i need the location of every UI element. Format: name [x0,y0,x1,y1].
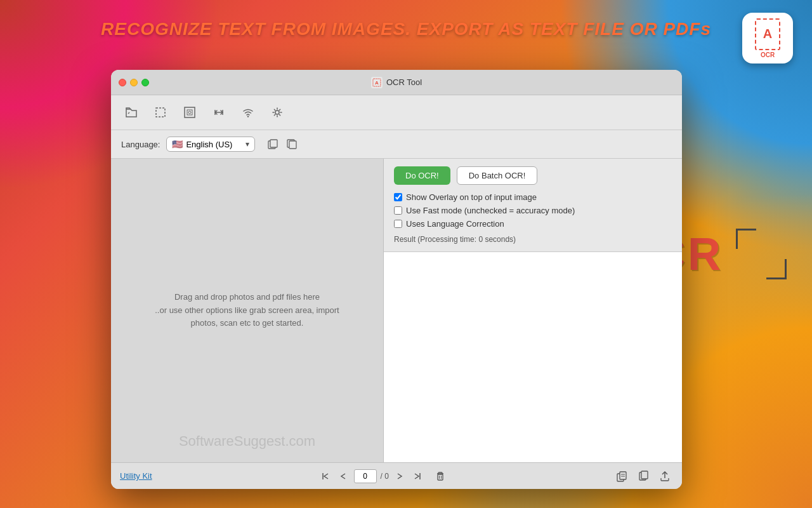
clipboard-copy-button[interactable] [613,468,630,485]
fast-mode-checkbox-row: Use Fast mode (unchecked = accuracy mode… [394,206,672,215]
drop-text: Drag and drop photos and pdf files here … [155,291,339,330]
overlay-label: Show Overlay on top of input image [406,192,537,202]
svg-rect-11 [270,140,277,147]
selection-button[interactable] [150,102,171,123]
svg-rect-4 [187,110,192,115]
svg-rect-20 [620,472,626,479]
header-text: RECOGNIZE TEXT FROM IMAGES. EXPORT AS TE… [101,19,711,39]
svg-point-5 [188,111,191,114]
last-page-button[interactable] [410,469,424,483]
main-content: Drag and drop photos and pdf files here … [111,159,682,462]
language-select[interactable]: 🇺🇸 English (US) ▾ [166,137,255,152]
transform-button[interactable] [209,102,229,123]
maximize-button[interactable] [141,79,149,86]
overlay-checkbox[interactable] [394,193,402,201]
page-total: / 0 [381,472,389,481]
ocr-controls: Do OCR! Do Batch OCR! Show Overlay on to… [384,159,682,252]
ocr-buttons: Do OCR! Do Batch OCR! [394,166,672,185]
language-correction-checkbox[interactable] [394,220,402,228]
minimize-button[interactable] [130,79,138,86]
watermark: SoftwareSuggest.com [179,433,315,450]
wifi-scan-button[interactable] [238,102,258,123]
result-text: Result (Processing time: 0 seconds) [394,235,672,244]
copy-left-button[interactable] [265,137,280,152]
text-output-area[interactable] [384,252,682,462]
fast-mode-checkbox[interactable] [394,206,402,215]
drop-text-line2: ..or use other options like grab screen … [155,304,339,318]
language-row: Language: 🇺🇸 English (US) ▾ [111,130,682,159]
copy-right-button[interactable] [284,137,299,152]
svg-rect-16 [438,474,443,480]
svg-point-9 [275,110,279,114]
export-button[interactable] [657,468,673,485]
drop-text-line3: photos, scan etc to get started. [155,317,339,330]
language-flag: 🇺🇸 [172,139,183,149]
bracket-top-left [736,229,756,249]
close-button[interactable] [119,79,126,86]
page-number-input[interactable]: 0 [354,469,377,483]
app-window: A OCR Tool [111,70,682,489]
window-icon: A [371,77,383,88]
svg-rect-3 [185,107,195,117]
image-drop-zone[interactable]: Drag and drop photos and pdf files here … [111,159,384,462]
bracket-bottom-right [766,259,787,279]
app-icon: OCR [742,13,793,64]
prev-page-button[interactable] [336,469,350,483]
app-icon-doc [755,18,780,50]
settings-button[interactable] [267,102,287,123]
language-correction-label: Uses Language Correction [406,219,504,229]
pagination: 0 / 0 [318,469,447,483]
next-page-button[interactable] [393,469,407,483]
svg-rect-2 [156,108,165,117]
svg-rect-13 [289,141,296,149]
fast-mode-label: Use Fast mode (unchecked = accuracy mode… [406,206,575,215]
title-bar: A OCR Tool [111,70,682,95]
select-arrow-icon: ▾ [246,140,249,149]
language-label: Language: [121,140,160,149]
duplicate-button[interactable] [635,468,652,485]
language-correction-checkbox-row: Uses Language Correction [394,219,672,229]
svg-point-8 [247,116,249,117]
app-icon-label: OCR [761,51,775,58]
drop-text-line1: Drag and drop photos and pdf files here [155,291,339,304]
window-title-group: A OCR Tool [371,77,422,88]
do-batch-ocr-button[interactable]: Do Batch OCR! [457,166,538,185]
do-ocr-button[interactable]: Do OCR! [394,166,450,185]
window-title: OCR Tool [386,77,422,87]
scan-button[interactable] [180,102,200,123]
bottom-bar: Utility Kit 0 / 0 [111,462,682,489]
utility-kit-link[interactable]: Utility Kit [120,471,152,481]
toolbar [111,95,682,130]
bottom-right-icons [613,468,673,485]
svg-text:A: A [375,80,379,86]
overlay-checkbox-row: Show Overlay on top of input image [394,192,672,202]
svg-rect-24 [641,471,648,479]
traffic-lights [119,79,149,86]
copy-icons [265,137,299,152]
open-folder-button[interactable] [121,102,141,123]
first-page-button[interactable] [318,469,332,483]
delete-button[interactable] [433,469,447,483]
language-value: English (US) [186,140,232,149]
right-panel: Do OCR! Do Batch OCR! Show Overlay on to… [384,159,682,462]
